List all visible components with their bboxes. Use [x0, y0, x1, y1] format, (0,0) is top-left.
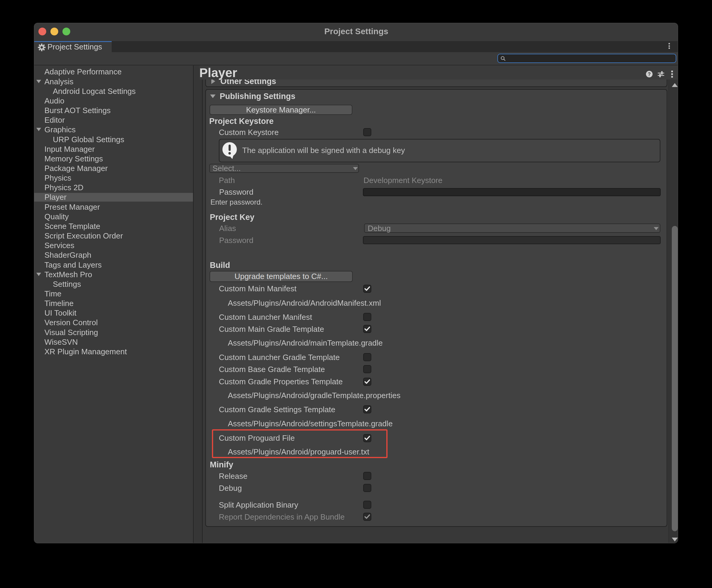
- svg-text:?: ?: [648, 72, 651, 77]
